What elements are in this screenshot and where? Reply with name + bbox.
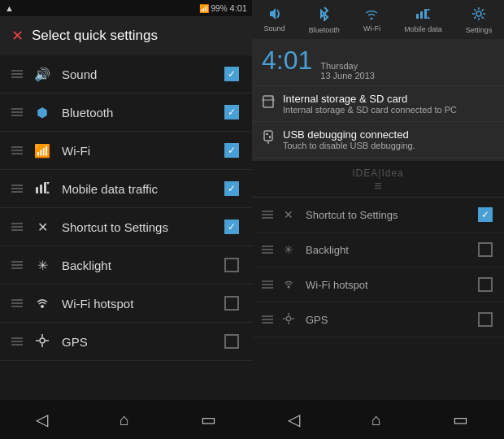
topbar-bluetooth-icon — [319, 7, 330, 24]
hamburger-icon: ≡ — [374, 179, 381, 193]
drag-handle-r-gps[interactable] — [262, 315, 273, 324]
left-status-icons-right: 📶 99% 4:01 — [199, 3, 247, 13]
notif-usb[interactable]: USB debugging connected Touch to disable… — [252, 122, 504, 158]
clock-day: Thursday — [320, 61, 375, 71]
right-nav-bar: ◁ ⌂ ▭ — [252, 400, 504, 439]
left-panel-title: Select quick settings — [32, 28, 158, 44]
settings-item-backlight[interactable]: ✳ Backlight — [0, 246, 252, 285]
notif-storage-sub: Internal storage & SD card connected to … — [283, 105, 457, 115]
r-backlight-icon: ✳ — [280, 243, 298, 256]
drag-handle-gps[interactable] — [11, 337, 23, 346]
topbar-settings-label: Settings — [466, 26, 493, 34]
topbar-settings[interactable]: Settings — [461, 5, 497, 36]
drag-handle-mobile-data[interactable] — [11, 185, 23, 193]
bluetooth-check-mark: ✓ — [224, 105, 239, 120]
clock-date: Thursday 13 June 2013 — [320, 61, 375, 80]
topbar-mobile-data[interactable]: Mobile data — [399, 6, 447, 35]
notif-usb-title: USB debugging connected — [283, 128, 415, 141]
drag-handle-wifi-hotspot[interactable] — [11, 299, 23, 307]
topbar-wifi-icon — [364, 8, 379, 23]
topbar-wifi-label: Wi-Fi — [363, 24, 380, 33]
right-item-gps[interactable]: GPS — [252, 302, 504, 337]
right-item-backlight[interactable]: ✳ Backlight — [252, 233, 504, 267]
left-status-bar: ▲ 📶 99% 4:01 — [0, 0, 252, 16]
topbar-bluetooth[interactable]: Bluetooth — [304, 5, 345, 36]
svg-marker-3 — [46, 182, 50, 185]
right-home-button[interactable]: ⌂ — [355, 407, 398, 432]
settings-item-bluetooth[interactable]: ⬢ Bluetooth ✓ — [0, 93, 252, 132]
notification-area: Internal storage & SD card Internal stor… — [252, 86, 504, 161]
sound-checkbox[interactable]: ✓ — [223, 65, 241, 83]
r-wifi-hotspot-icon — [280, 278, 298, 291]
svg-rect-2 — [44, 182, 46, 193]
shortcut-checkbox[interactable]: ✓ — [223, 218, 241, 236]
wifi-hotspot-icon — [31, 295, 54, 312]
topbar-wifi[interactable]: Wi-Fi — [358, 7, 385, 34]
gps-check-empty — [224, 334, 239, 349]
notif-storage-title: Internal storage & SD card — [283, 93, 457, 105]
wifi-hotspot-checkbox[interactable] — [223, 294, 241, 312]
r-backlight-checkbox[interactable] — [476, 241, 494, 259]
notif-storage-content: Internal storage & SD card Internal stor… — [283, 93, 457, 115]
settings-item-wifi-hotspot[interactable]: Wi-Fi hotspot — [0, 285, 252, 323]
backlight-checkbox[interactable] — [223, 256, 241, 274]
topbar-bluetooth-label: Bluetooth — [309, 26, 340, 34]
right-panel: Sound Bluetooth Wi-Fi — [252, 0, 504, 439]
sound-check-mark: ✓ — [224, 67, 239, 81]
settings-list: 🔊 Sound ✓ ⬢ Bluetooth ✓ 📶 Wi-Fi ✓ — [0, 55, 252, 400]
right-back-button[interactable]: ◁ — [272, 406, 316, 432]
drag-handle-r-shortcut[interactable] — [262, 211, 273, 219]
settings-item-mobile-data[interactable]: Mobile data traffic ✓ — [0, 170, 252, 208]
topbar-sound[interactable]: Sound — [259, 7, 290, 34]
svg-rect-22 — [264, 131, 272, 141]
svg-point-5 — [41, 305, 44, 308]
settings-item-shortcut[interactable]: ✕ Shortcut to Settings ✓ — [0, 208, 252, 246]
svg-rect-24 — [266, 133, 268, 135]
wifi-hotspot-label: Wi-Fi hotspot — [62, 297, 223, 311]
r-shortcut-checkbox[interactable]: ✓ — [476, 206, 494, 224]
wifi-checkbox[interactable]: ✓ — [223, 141, 241, 159]
right-item-shortcut[interactable]: ✕ Shortcut to Settings ✓ — [252, 198, 504, 233]
drag-handle-sound[interactable] — [11, 70, 23, 78]
right-recent-button[interactable]: ▭ — [437, 406, 484, 432]
bluetooth-label: Bluetooth — [62, 106, 223, 120]
signal-bars-icon: 📶 — [199, 4, 209, 13]
left-recent-button[interactable]: ▭ — [185, 406, 232, 432]
svg-marker-11 — [270, 8, 276, 20]
gps-checkbox[interactable] — [223, 333, 241, 350]
settings-item-wifi[interactable]: 📶 Wi-Fi ✓ — [0, 132, 252, 170]
divider-section: IDEA|Idea ≡ — [252, 161, 504, 198]
right-item-wifi-hotspot[interactable]: Wi-Fi hotspot — [252, 267, 504, 302]
r-backlight-check-empty — [478, 242, 493, 257]
bluetooth-checkbox[interactable]: ✓ — [223, 103, 241, 121]
drag-handle-bluetooth[interactable] — [11, 108, 23, 116]
r-wifi-hotspot-checkbox[interactable] — [476, 276, 494, 293]
drag-handle-wifi[interactable] — [11, 146, 23, 154]
mobile-data-label: Mobile data traffic — [62, 182, 223, 196]
topbar-settings-icon — [471, 7, 486, 24]
left-back-button[interactable]: ◁ — [20, 406, 64, 432]
notif-storage[interactable]: Internal storage & SD card Internal stor… — [252, 86, 504, 122]
left-home-button[interactable]: ⌂ — [103, 407, 146, 432]
topbar-sound-icon — [267, 8, 282, 23]
sound-icon: 🔊 — [31, 67, 54, 82]
mobile-data-icon — [31, 180, 54, 198]
drag-handle-r-backlight[interactable] — [262, 246, 273, 254]
signal-icon: ▲ — [5, 3, 14, 13]
clock-section: 4:01 Thursday 13 June 2013 — [252, 39, 504, 86]
svg-marker-16 — [427, 9, 430, 11]
notif-usb-content: USB debugging connected Touch to disable… — [283, 128, 415, 150]
drag-handle-r-wifi-hotspot[interactable] — [262, 280, 273, 289]
clock-full-date: 13 June 2013 — [320, 71, 375, 80]
mobile-data-checkbox[interactable]: ✓ — [223, 180, 241, 198]
svg-marker-17 — [427, 16, 430, 19]
drag-handle-shortcut[interactable] — [11, 223, 23, 231]
backlight-icon: ✳ — [31, 258, 54, 273]
settings-item-sound[interactable]: 🔊 Sound ✓ — [0, 55, 252, 93]
backlight-check-empty — [224, 258, 239, 272]
r-shortcut-label: Shortcut to Settings — [306, 209, 476, 221]
drag-handle-backlight[interactable] — [11, 261, 23, 269]
r-gps-checkbox[interactable] — [476, 311, 494, 328]
clock-time: 4:01 — [262, 46, 312, 76]
settings-item-gps[interactable]: GPS — [0, 323, 252, 361]
